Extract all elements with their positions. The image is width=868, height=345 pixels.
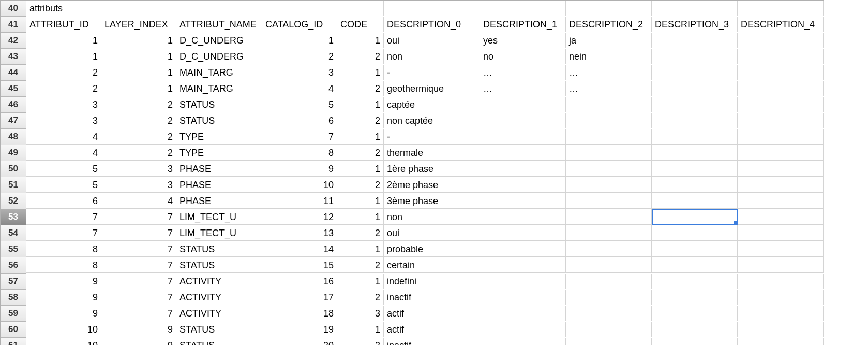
cell[interactable]: PHASE <box>176 177 262 193</box>
cell[interactable]: oui <box>384 225 480 241</box>
cell[interactable]: 1 <box>337 322 384 337</box>
cell[interactable]: 16 <box>262 274 337 289</box>
cell[interactable]: 12 <box>262 209 337 225</box>
cell[interactable]: 17 <box>262 290 337 305</box>
cell[interactable]: 1 <box>337 129 384 145</box>
cell[interactable] <box>652 145 738 161</box>
cell[interactable] <box>738 306 824 321</box>
cell[interactable] <box>480 145 566 161</box>
cell[interactable]: 3 <box>337 306 384 321</box>
cell[interactable] <box>738 97 824 112</box>
cell[interactable]: ACTIVITY <box>176 290 262 305</box>
cell[interactable] <box>738 33 824 48</box>
cell[interactable]: 2 <box>337 225 384 241</box>
row-header[interactable]: 48 <box>1 129 26 145</box>
cell[interactable]: STATUS <box>176 338 262 345</box>
cell[interactable]: D_C_UNDERG <box>176 49 262 64</box>
cell[interactable] <box>480 209 566 225</box>
row-header[interactable]: 44 <box>1 65 26 81</box>
cell[interactable] <box>738 274 824 289</box>
cell[interactable] <box>566 161 652 177</box>
cell[interactable]: STATUS <box>176 113 262 128</box>
cell[interactable]: 4 <box>262 81 337 96</box>
cell[interactable]: 6 <box>262 113 337 128</box>
cell[interactable] <box>738 161 824 177</box>
cell[interactable]: ACTIVITY <box>176 274 262 289</box>
row-header[interactable]: 50 <box>1 161 26 177</box>
cell[interactable]: indefini <box>384 274 480 289</box>
cell[interactable]: CATALOG_ID <box>262 17 337 32</box>
cell[interactable]: 10 <box>262 177 337 193</box>
cell[interactable] <box>738 322 824 337</box>
cell[interactable] <box>480 225 566 241</box>
cell[interactable]: 9 <box>26 306 101 321</box>
cell[interactable] <box>652 1 738 16</box>
cell[interactable]: LIM_TECT_U <box>176 209 262 225</box>
row-header[interactable]: 52 <box>1 193 26 209</box>
cell[interactable] <box>738 113 824 128</box>
cell[interactable]: 3 <box>26 113 101 128</box>
cell[interactable]: … <box>480 81 566 96</box>
cell[interactable]: 20 <box>262 338 337 345</box>
cell[interactable]: 1 <box>337 33 384 48</box>
cell[interactable]: CODE <box>337 17 384 32</box>
cell[interactable] <box>566 97 652 112</box>
cell[interactable]: 10 <box>26 322 101 337</box>
cell[interactable] <box>384 1 480 16</box>
cell[interactable] <box>652 97 738 112</box>
cell[interactable] <box>738 209 824 225</box>
cell[interactable]: 10 <box>26 338 101 345</box>
cell[interactable]: 4 <box>101 193 176 209</box>
cell[interactable] <box>176 1 262 16</box>
cell[interactable]: attributs <box>26 1 101 16</box>
cell[interactable]: 2 <box>337 338 384 345</box>
cell[interactable]: 8 <box>26 241 101 257</box>
cell[interactable]: TYPE <box>176 145 262 161</box>
cell[interactable] <box>652 338 738 345</box>
cell[interactable] <box>566 290 652 305</box>
cell[interactable] <box>480 338 566 345</box>
cell[interactable] <box>652 129 738 145</box>
cell[interactable] <box>101 1 176 16</box>
cell[interactable]: STATUS <box>176 322 262 337</box>
cell[interactable]: 2 <box>337 257 384 273</box>
cell[interactable]: yes <box>480 33 566 48</box>
cell[interactable]: certain <box>384 257 480 273</box>
cell[interactable]: STATUS <box>176 241 262 257</box>
cell[interactable]: 3ème phase <box>384 193 480 209</box>
cell[interactable]: 7 <box>101 257 176 273</box>
cell[interactable]: 1 <box>101 33 176 48</box>
cell[interactable]: 9 <box>262 161 337 177</box>
cell[interactable] <box>652 177 738 193</box>
cell[interactable]: 2 <box>337 290 384 305</box>
cell[interactable]: … <box>566 81 652 96</box>
cell[interactable]: 2 <box>26 81 101 96</box>
cell[interactable]: TYPE <box>176 129 262 145</box>
cell[interactable]: 1 <box>337 209 384 225</box>
cell[interactable]: 3 <box>26 97 101 112</box>
cell[interactable]: MAIN_TARG <box>176 65 262 80</box>
cell[interactable] <box>566 241 652 257</box>
cell[interactable]: inactif <box>384 338 480 345</box>
cell[interactable]: STATUS <box>176 257 262 273</box>
cell[interactable]: 1ère phase <box>384 161 480 177</box>
cell[interactable]: DESCRIPTION_3 <box>652 17 738 32</box>
cell[interactable]: ATTRIBUT_NAME <box>176 17 262 32</box>
cell[interactable]: non <box>384 49 480 64</box>
cell[interactable]: LAYER_INDEX <box>101 17 176 32</box>
cell[interactable] <box>480 306 566 321</box>
cell[interactable]: … <box>566 65 652 80</box>
cell[interactable]: ja <box>566 33 652 48</box>
cell[interactable]: DESCRIPTION_1 <box>480 17 566 32</box>
cell[interactable]: 5 <box>262 97 337 112</box>
row-header[interactable]: 46 <box>1 97 26 113</box>
cell[interactable] <box>480 97 566 112</box>
cell[interactable]: … <box>480 65 566 80</box>
cell[interactable]: actif <box>384 306 480 321</box>
cell[interactable]: 2 <box>101 129 176 145</box>
cell[interactable]: 7 <box>101 290 176 305</box>
cell[interactable] <box>566 274 652 289</box>
cell[interactable] <box>652 241 738 257</box>
cell[interactable] <box>738 193 824 209</box>
cell[interactable] <box>738 1 824 16</box>
